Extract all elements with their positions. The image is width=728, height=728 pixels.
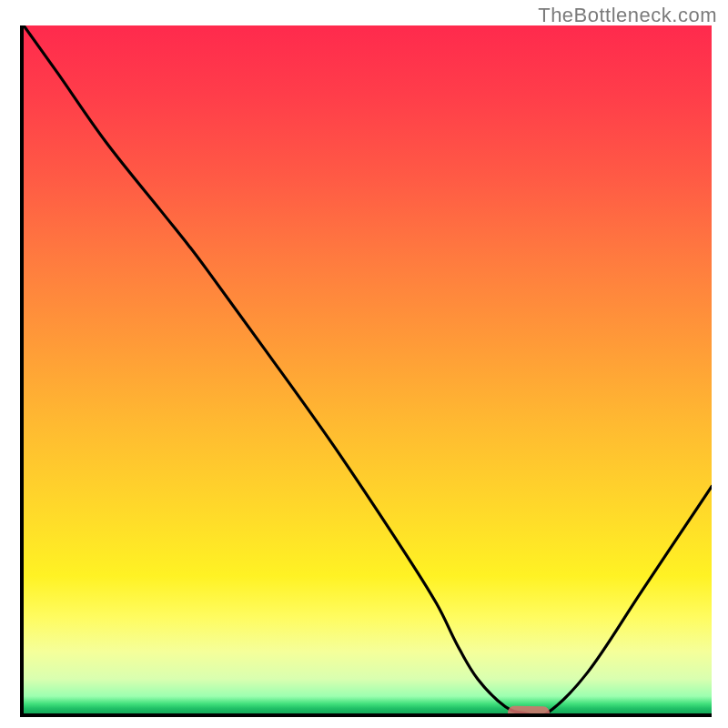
plot-area (20, 25, 712, 717)
bottleneck-curve (24, 25, 712, 717)
curve-svg (24, 25, 712, 713)
chart-frame: TheBottleneck.com (0, 0, 728, 728)
optimal-marker (508, 706, 550, 717)
watermark-text: TheBottleneck.com (538, 4, 717, 27)
